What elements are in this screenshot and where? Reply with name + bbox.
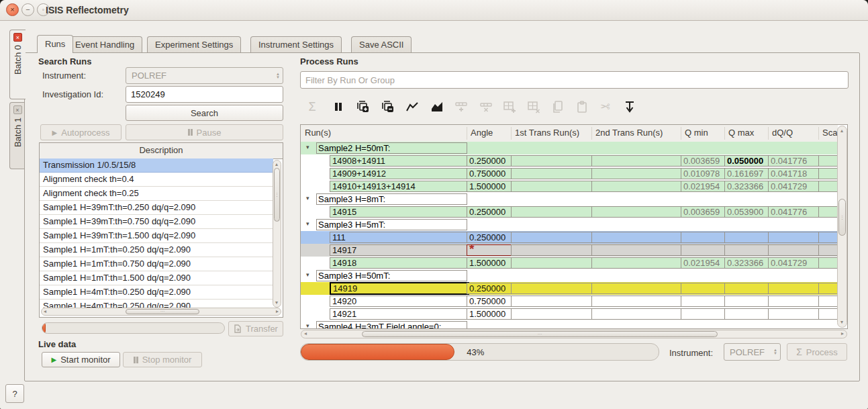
process-button[interactable]: Σ Process — [787, 343, 847, 361]
process-instrument-select[interactable]: POLREF ▲▼ — [724, 343, 781, 361]
cell-qmax[interactable]: 0.323366 — [724, 257, 769, 269]
expander-icon[interactable]: ▾ — [306, 195, 309, 201]
expand-all-groups-button[interactable] — [353, 97, 373, 116]
delete-row-button[interactable] — [476, 97, 496, 116]
group-name-cell[interactable]: Sample3 H=8mT: — [316, 193, 467, 205]
cell-qmax[interactable]: 0.161697 — [724, 168, 769, 179]
tab-runs[interactable]: Runs — [37, 35, 73, 53]
list-item[interactable]: Alignment check th=0.25 — [40, 187, 273, 201]
cell-qmax[interactable] — [724, 244, 769, 256]
cell-trans2[interactable] — [591, 296, 681, 307]
cell-runs[interactable]: 14918 — [330, 257, 468, 269]
cell-trans2[interactable] — [591, 257, 681, 269]
tab-event-handling[interactable]: Event Handling — [67, 36, 142, 52]
list-item[interactable]: Sample1 H=39mT:th=1.500 dq/q=2.090 — [40, 229, 273, 243]
cell-trans1[interactable] — [511, 168, 592, 179]
start-monitor-button[interactable]: ▶ Start monitor — [42, 352, 120, 367]
stop-monitor-button[interactable]: Stop monitor — [123, 352, 202, 367]
plot-stitched-button[interactable] — [427, 97, 447, 116]
cell-runs[interactable]: 14909+14912 — [330, 168, 468, 179]
list-item[interactable]: Sample1 H=1mT:th=0.750 dq/q=2.090 — [40, 257, 273, 271]
cell-angle[interactable]: 0.750000 — [467, 168, 512, 179]
cell-trans1[interactable] — [511, 283, 592, 294]
run-row[interactable]: 14909+149120.7500000.0109780.1616970.041… — [301, 167, 838, 180]
plot-runs-button[interactable] — [402, 97, 422, 116]
cell-runs[interactable]: 14921 — [330, 308, 468, 320]
instrument-select[interactable]: POLREF ▲▼ — [126, 67, 283, 84]
cell-trans2[interactable] — [591, 308, 681, 320]
cell-qmin[interactable]: 0.021954 — [681, 181, 725, 192]
cell-trans2[interactable] — [591, 181, 681, 192]
group-row[interactable]: ▾Sample3 H=5mT: — [301, 218, 838, 231]
run-row[interactable]: 1110.250000 — [301, 231, 838, 244]
cell-qmax[interactable]: 0.053900 — [724, 206, 769, 218]
cell-dqq[interactable]: 0.041729 — [768, 257, 819, 269]
delete-group-button[interactable] — [524, 97, 544, 116]
group-name-cell[interactable]: Sample3 H=5mT: — [316, 219, 467, 230]
process-table-hscrollbar[interactable]: ◂ ⋯ ▸ — [301, 330, 847, 338]
close-icon[interactable]: × — [13, 105, 22, 114]
run-row[interactable]: 14908+149110.2500000.0036590.0500000.041… — [301, 154, 838, 167]
cell-qmax[interactable] — [724, 283, 769, 294]
transfer-button[interactable]: Transfer — [228, 321, 283, 336]
column-header-run-s-[interactable]: Run(s) — [305, 125, 331, 141]
cell-dqq[interactable] — [768, 296, 819, 307]
list-item[interactable]: Sample1 H=1mT:th=1.500 dq/q=2.090 — [40, 271, 273, 285]
help-button[interactable]: ? — [5, 384, 24, 403]
cell-trans2[interactable] — [591, 168, 681, 179]
cell-trans1[interactable] — [511, 296, 592, 307]
cell-dqq[interactable]: 0.041729 — [768, 181, 819, 192]
cell-qmin[interactable] — [681, 232, 725, 243]
group-row[interactable]: ▾Sample2 H=50mT: — [301, 142, 838, 154]
cell-angle[interactable]: 0.250000 — [467, 155, 512, 167]
search-results-hscrollbar[interactable]: ◂ ⋯ ▸ — [41, 308, 281, 316]
cell-angle[interactable]: 1.500000 — [467, 181, 512, 192]
expander-icon[interactable]: ▾ — [306, 220, 309, 227]
cell-qmin[interactable]: 0.003659 — [681, 206, 725, 218]
column-header-dq-q[interactable]: dQ/Q — [772, 125, 793, 141]
cell-qmax[interactable]: 0.323366 — [724, 181, 769, 192]
cell-runs[interactable]: 14920 — [330, 296, 468, 307]
insert-row-button[interactable] — [451, 97, 471, 116]
tab-save-ascii[interactable]: Save ASCII — [351, 36, 412, 52]
cell-trans2[interactable] — [591, 232, 681, 243]
cell-angle[interactable]: 0.750000 — [467, 296, 512, 307]
column-header-1st-trans-run-s-[interactable]: 1st Trans Run(s) — [515, 125, 579, 141]
list-item[interactable]: Alignment check th=0.4 — [40, 173, 273, 187]
cell-runs[interactable]: 14910+14913+14914 — [330, 181, 468, 192]
process-table-vscrollbar[interactable]: ▴ ⋮ ▾ — [837, 126, 847, 328]
cell-runs[interactable]: 14915 — [330, 206, 468, 218]
group-row[interactable]: ▾Sample4 H=3mT Field angle=0: — [301, 320, 838, 329]
run-row[interactable]: 149181.5000000.0219540.3233660.041729 — [301, 257, 838, 269]
expander-icon[interactable]: ▾ — [306, 144, 309, 150]
insert-group-button[interactable] — [499, 97, 520, 116]
cell-qmin[interactable]: 0.003659 — [681, 155, 725, 167]
cell-trans1[interactable] — [511, 257, 592, 269]
cell-trans1[interactable] — [511, 232, 592, 243]
cell-dqq[interactable]: 0.041776 — [768, 206, 819, 218]
cell-angle[interactable]: 0.250000 — [467, 232, 512, 243]
paste-button[interactable] — [572, 97, 592, 116]
cell-angle[interactable]: 1.500000 — [467, 308, 512, 320]
group-name-cell[interactable]: Sample3 H=50mT: — [316, 270, 467, 281]
cut-button[interactable]: ✂ — [595, 97, 616, 116]
column-header-q-max[interactable]: Q max — [728, 125, 754, 141]
cell-qmin[interactable] — [681, 296, 725, 307]
cell-trans1[interactable] — [511, 181, 592, 192]
close-icon[interactable]: × — [13, 33, 22, 42]
cell-runs[interactable]: 14908+14911 — [330, 155, 468, 167]
process-sum-button[interactable]: Σ — [302, 97, 322, 116]
run-row[interactable]: 149200.750000 — [301, 295, 838, 308]
filter-input[interactable] — [300, 71, 849, 89]
cell-angle[interactable]: * — [467, 244, 512, 256]
batch-tab-batch-0[interactable]: ×Batch 0 — [9, 30, 26, 99]
run-row[interactable]: 14917* — [301, 244, 838, 257]
list-item[interactable]: Transmission 1/0.5/15/8 — [40, 158, 273, 173]
cell-runs[interactable]: 14919 — [330, 282, 469, 295]
pause-search-button[interactable]: Pause — [126, 124, 283, 140]
description-column-header[interactable]: Description — [40, 143, 283, 159]
cell-qmax[interactable] — [724, 308, 769, 320]
cell-qmin[interactable]: 0.021954 — [681, 257, 725, 269]
cell-qmax[interactable] — [724, 296, 769, 307]
cell-qmin[interactable] — [681, 244, 725, 256]
